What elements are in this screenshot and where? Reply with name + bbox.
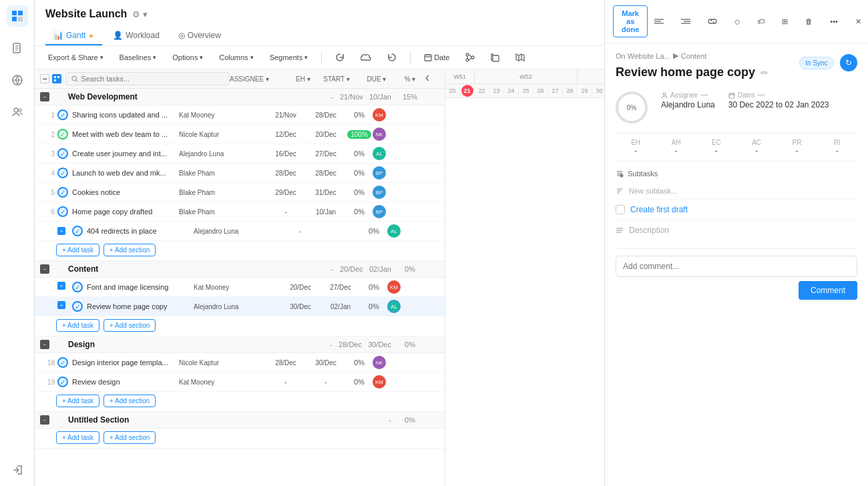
task-check-icon[interactable]: ✓	[72, 226, 83, 236]
detail-title: Review home page copy	[616, 69, 755, 79]
task-check-icon[interactable]: ✓	[57, 148, 68, 159]
add-task-design-button[interactable]: + Add task	[56, 395, 99, 407]
col-eh-header[interactable]: EH ▾	[290, 75, 316, 83]
search-box[interactable]	[65, 72, 230, 85]
task-check-icon[interactable]: ✓	[72, 301, 83, 312]
sidebar-icon-document[interactable]	[7, 37, 28, 59]
sidebar-icon-grid[interactable]	[7, 69, 28, 91]
avatar: BP	[373, 186, 386, 199]
section-collapse-icon-design[interactable]: −	[40, 340, 49, 349]
undo-button[interactable]	[382, 50, 402, 65]
task-row[interactable]: 1 ✓ Sharing icons updated and ... Kat Mo…	[35, 105, 445, 125]
date-button[interactable]: Date	[419, 51, 455, 64]
task-row-highlighted[interactable]: + ✓ Review home page copy Alejandro Luna…	[35, 297, 445, 316]
edit-title-icon[interactable]: ✏	[761, 69, 769, 78]
task-check-icon[interactable]: ✓	[57, 109, 68, 120]
col-due-header[interactable]: DUE ▾	[357, 75, 397, 83]
section-collapse-icon-untitled[interactable]: −	[40, 415, 49, 425]
collapse-all-button[interactable]: −	[40, 74, 49, 83]
task-name: Meet with web dev team to ...	[72, 130, 179, 138]
description-placeholder[interactable]: Description	[629, 226, 669, 235]
segments-button[interactable]: Segments ▾	[264, 51, 314, 64]
add-section-content-button[interactable]: + Add section	[103, 319, 156, 332]
section-name-design: Design	[68, 340, 330, 349]
task-row[interactable]: 18 ✓ Design interior page templa... Nico…	[35, 353, 445, 373]
add-task-untitled-button[interactable]: + Add task	[56, 431, 99, 444]
avatar: NK	[373, 128, 386, 141]
description-row[interactable]: Description	[616, 220, 857, 240]
export-share-button[interactable]: Export & Share ▾	[43, 51, 109, 64]
add-subtask-icon[interactable]: +	[57, 282, 65, 290]
add-section-web-dev-button[interactable]: + Add section	[103, 244, 156, 256]
columns-button[interactable]: Columns ▾	[214, 51, 258, 64]
task-row[interactable]: 4 ✓ Launch to web dev and mk... Blake Ph…	[35, 164, 445, 183]
subtask-checkbox[interactable]	[616, 205, 625, 214]
task-row[interactable]: + ✓ Font and image licensing Kat Mooney …	[35, 278, 445, 297]
col-assignee-header[interactable]: ASSIGNEE ▾	[230, 75, 290, 83]
task-check-icon[interactable]: ✓	[72, 282, 83, 292]
task-name: 404 redirects in place	[87, 227, 194, 235]
section-content[interactable]: − Content - 20/Dec 02/Jan 0%	[35, 261, 445, 278]
task-check-icon[interactable]: ✓	[57, 377, 68, 387]
new-subtask-row[interactable]: New subtask...	[616, 183, 857, 200]
add-subtask-icon[interactable]: +	[57, 301, 65, 309]
cloud-button[interactable]	[355, 51, 377, 64]
task-row[interactable]: 19 ✓ Review design Kat Mooney - - 0% KM	[35, 373, 445, 392]
col-pct-header[interactable]: % ▾	[397, 75, 423, 83]
tab-workload[interactable]: 👤 Workload	[105, 27, 167, 45]
collapse-panel-icon[interactable]	[423, 74, 431, 82]
subtask-name[interactable]: Create first draft	[630, 205, 688, 214]
task-row[interactable]: + ✓ 404 redirects in place Alejandro Lun…	[35, 222, 445, 241]
detail-body: On Website La... ▶ Content Review home p…	[605, 69, 868, 248]
task-row[interactable]: 3 ✓ Create user journey and int... Aleja…	[35, 144, 445, 164]
section-web-development[interactable]: − Web Development - 21/Nov 10/Jan 15%	[35, 89, 445, 105]
assignee-icon	[661, 92, 668, 99]
subtask-item[interactable]: Create first draft	[616, 200, 857, 220]
section-design[interactable]: − Design - 28/Dec 30/Dec 0%	[35, 336, 445, 353]
task-check-icon[interactable]: ✓	[57, 187, 68, 198]
task-check-icon[interactable]: ✓	[57, 357, 68, 368]
add-section-untitled-button[interactable]: + Add section	[103, 431, 156, 444]
tab-gantt[interactable]: 📊 Gantt ★	[45, 27, 102, 45]
expand-all-button[interactable]	[52, 74, 61, 83]
map-button[interactable]	[510, 51, 530, 64]
comment-button[interactable]: Comment	[799, 281, 857, 300]
task-row[interactable]: 5 ✓ Cookies notice Blake Pham 29/Dec 31/…	[35, 183, 445, 202]
comment-input[interactable]	[616, 256, 857, 277]
content-area: − ASSIGNEE ▾ EH ▾ START ▾ DUE ▾ % ▾ −	[35, 69, 868, 486]
section-dates-content: - 20/Dec 02/Jan	[331, 265, 391, 273]
sidebar-icon-people[interactable]	[7, 101, 28, 123]
section-collapse-icon-content[interactable]: −	[40, 264, 49, 274]
task-check-icon[interactable]: ✓	[57, 129, 68, 140]
task-due: -	[306, 379, 346, 386]
task-check-icon[interactable]: ✓	[57, 168, 68, 178]
branch-button[interactable]	[460, 50, 480, 65]
section-untitled[interactable]: − Untitled Section - 0%	[35, 412, 445, 429]
add-task-web-dev-button[interactable]: + Add task	[56, 244, 99, 256]
sidebar-icon-logout[interactable]	[7, 459, 28, 481]
sync-button[interactable]: ↻	[840, 69, 857, 71]
new-subtask-placeholder[interactable]: New subtask...	[629, 187, 677, 195]
baselines-button[interactable]: Baselines ▾	[114, 51, 162, 64]
refresh-button[interactable]	[330, 50, 350, 65]
settings-icon[interactable]: ⚙ ▾	[132, 9, 148, 19]
task-row[interactable]: 6 ✓ Home page copy drafted Blake Pham - …	[35, 202, 445, 222]
add-section-design-button[interactable]: + Add section	[103, 395, 156, 407]
tab-overview[interactable]: ◎ Overview	[170, 27, 229, 45]
task-check-icon[interactable]: ✓	[57, 206, 68, 217]
copy-button[interactable]	[485, 51, 505, 65]
comment-section: Comment	[605, 248, 868, 310]
add-subtask-icon[interactable]: +	[57, 227, 65, 235]
task-start: 12/Dec	[266, 131, 306, 138]
task-list: − ASSIGNEE ▾ EH ▾ START ▾ DUE ▾ % ▾ −	[35, 69, 445, 486]
task-pct: 0%	[346, 358, 373, 367]
options-button[interactable]: Options ▾	[167, 51, 208, 64]
task-row[interactable]: 2 ✓ Meet with web dev team to ... Nicole…	[35, 125, 445, 144]
section-collapse-icon[interactable]: −	[40, 92, 49, 101]
avatar: AL	[387, 224, 401, 238]
add-task-content-button[interactable]: + Add task	[56, 319, 99, 332]
search-input[interactable]	[81, 75, 224, 83]
sync-badge: In Sync ↻	[799, 69, 857, 71]
sidebar-icon-logo[interactable]	[7, 5, 28, 27]
col-start-header[interactable]: START ▾	[316, 75, 357, 83]
